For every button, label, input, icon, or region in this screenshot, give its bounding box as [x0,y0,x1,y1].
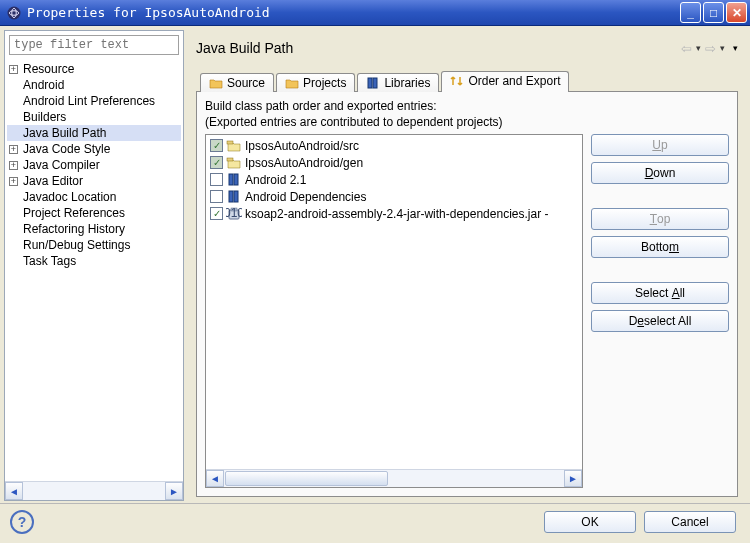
checkbox[interactable] [210,173,223,186]
book-icon [226,173,242,187]
nav-forward-icon[interactable]: ⇨ [705,41,716,56]
expand-icon[interactable]: + [9,65,18,74]
svg-rect-7 [229,174,233,185]
filter-input[interactable] [9,35,179,55]
top-button[interactable]: Top [591,208,729,230]
expand-icon[interactable]: + [9,145,18,154]
deselect-all-button[interactable]: Deselect All [591,310,729,332]
list-item[interactable]: Android 2.1 [208,171,580,188]
property-tree[interactable]: +ResourceAndroidAndroid Lint Preferences… [5,59,183,481]
tree-item[interactable]: Builders [7,109,181,125]
tab-bar: Source Projects Libraries Order and Expo… [196,70,738,92]
minimize-button[interactable]: _ [680,2,701,23]
footer: ? OK Cancel [0,503,750,539]
jar-icon: 010 [226,207,242,221]
cancel-button[interactable]: Cancel [644,511,736,533]
expand-icon[interactable]: + [9,177,18,186]
page-title: Java Build Path [196,40,681,56]
tree-item-label: Refactoring History [21,221,127,237]
folder-icon [209,77,223,89]
scroll-right-icon[interactable]: ► [165,482,183,500]
tree-item[interactable]: Javadoc Location [7,189,181,205]
checkbox[interactable]: ✓ [210,207,223,220]
order-icon [450,75,464,87]
scroll-left-icon[interactable]: ◄ [206,470,224,487]
svg-rect-9 [229,191,233,202]
checkbox[interactable]: ✓ [210,156,223,169]
tree-item[interactable]: Refactoring History [7,221,181,237]
maximize-button[interactable]: □ [703,2,724,23]
svg-rect-5 [227,141,233,144]
desc-line1: Build class path order and exported entr… [205,98,729,114]
window-buttons: _ □ ✕ [680,2,747,23]
list-item-label: IpsosAutoAndroid/src [245,139,359,153]
svg-rect-3 [368,78,372,88]
tree-item-label: Android Lint Preferences [21,93,157,109]
title-bar: Properties for IpsosAutoAndroid _ □ ✕ [0,0,750,26]
tree-item[interactable]: +Java Compiler [7,157,181,173]
tree-item-label: Resource [21,61,76,77]
scroll-right-icon[interactable]: ► [564,470,582,487]
ok-button[interactable]: OK [544,511,636,533]
tree-item-label: Project References [21,205,127,221]
scroll-left-icon[interactable]: ◄ [5,482,23,500]
window-title: Properties for IpsosAutoAndroid [27,5,680,20]
scroll-track[interactable] [23,482,165,500]
list-item-label: Android 2.1 [245,173,306,187]
book-icon [366,77,380,89]
select-all-button[interactable]: Select All [591,282,729,304]
chevron-down-icon[interactable]: ▾ [720,43,725,53]
bottom-button[interactable]: Bottom [591,236,729,258]
right-pane: Java Build Path ⇦▾ ⇨▾ ▾ Source Projects … [186,30,746,501]
close-button[interactable]: ✕ [726,2,747,23]
scroll-track[interactable] [224,470,564,487]
tree-item-label: Java Compiler [21,157,102,173]
tree-item[interactable]: +Java Code Style [7,141,181,157]
expand-icon[interactable]: + [9,161,18,170]
svg-text:010: 010 [226,207,242,220]
svg-rect-8 [234,174,238,185]
tree-item[interactable]: Project References [7,205,181,221]
tree-item-label: Android [21,77,66,93]
menu-chevron-icon[interactable]: ▾ [733,43,738,53]
tab-libraries[interactable]: Libraries [357,73,439,92]
tree-item[interactable]: Android [7,77,181,93]
checkbox[interactable]: ✓ [210,139,223,152]
list-item-label: ksoap2-android-assembly-2.4-jar-with-dep… [245,207,548,221]
tree-item[interactable]: Java Build Path [7,125,181,141]
tree-item-label: Javadoc Location [21,189,118,205]
down-button[interactable]: Down [591,162,729,184]
svg-rect-10 [234,191,238,202]
tree-h-scrollbar[interactable]: ◄ ► [5,481,183,500]
tab-source[interactable]: Source [200,73,274,92]
tree-item[interactable]: +Java Editor [7,173,181,189]
tab-projects[interactable]: Projects [276,73,355,92]
tree-item[interactable]: Run/Debug Settings [7,237,181,253]
tab-order-export[interactable]: Order and Export [441,71,569,92]
tree-item[interactable]: Android Lint Preferences [7,93,181,109]
pkg-icon [226,139,242,153]
help-icon[interactable]: ? [10,510,34,534]
tree-item[interactable]: +Resource [7,61,181,77]
eclipse-icon [6,5,22,21]
tree-item[interactable]: Task Tags [7,253,181,269]
up-button[interactable]: Up [591,134,729,156]
list-item[interactable]: ✓IpsosAutoAndroid/src [208,137,580,154]
tree-item-label: Java Build Path [21,125,108,141]
tree-item-label: Run/Debug Settings [21,237,132,253]
tree-item-label: Java Code Style [21,141,112,157]
chevron-down-icon[interactable]: ▾ [696,43,701,53]
list-item-label: IpsosAutoAndroid/gen [245,156,363,170]
list-item[interactable]: ✓010ksoap2-android-assembly-2.4-jar-with… [208,205,580,222]
tab-label: Libraries [384,76,430,90]
list-item[interactable]: Android Dependencies [208,188,580,205]
panel-body: ✓IpsosAutoAndroid/src✓IpsosAutoAndroid/g… [205,134,729,488]
tab-label: Source [227,76,265,90]
list-item[interactable]: ✓IpsosAutoAndroid/gen [208,154,580,171]
list-h-scrollbar[interactable]: ◄ ► [206,469,582,487]
tab-panel: Build class path order and exported entr… [196,92,738,497]
nav-back-icon[interactable]: ⇦ [681,41,692,56]
entry-list[interactable]: ✓IpsosAutoAndroid/src✓IpsosAutoAndroid/g… [206,135,582,469]
book-icon [226,190,242,204]
checkbox[interactable] [210,190,223,203]
